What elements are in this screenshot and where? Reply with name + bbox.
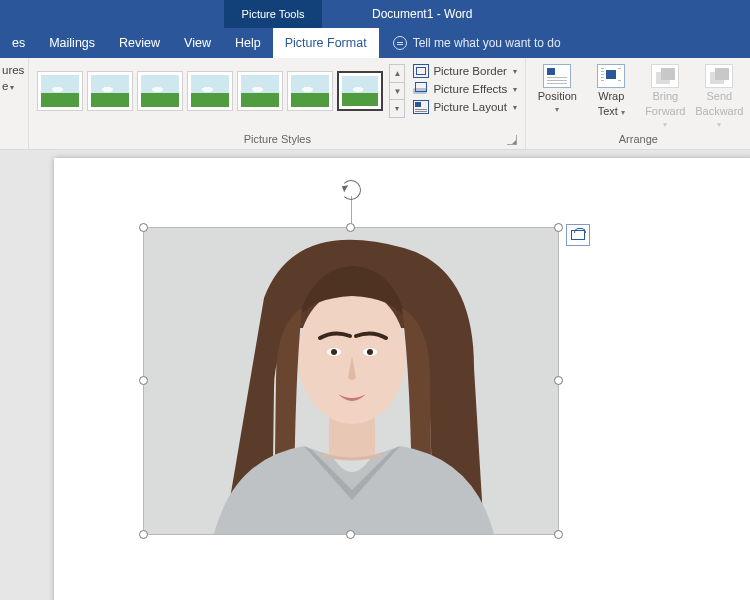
- resize-handle-bl[interactable]: [139, 530, 148, 539]
- border-icon: [413, 64, 429, 78]
- tell-me-search[interactable]: Tell me what you want to do: [379, 28, 561, 58]
- selected-picture[interactable]: [144, 228, 558, 534]
- group-label-arrange: Arrange: [534, 133, 742, 147]
- gallery-scroll-down[interactable]: ▼: [390, 83, 404, 101]
- chevron-down-icon: ▾: [513, 67, 517, 76]
- tab-mailings[interactable]: Mailings: [37, 28, 107, 58]
- layout-options-icon: [571, 230, 585, 240]
- send-backward-icon: [705, 64, 733, 88]
- position-icon: [543, 64, 571, 88]
- picture-border-button[interactable]: Picture Border ▾: [413, 64, 517, 78]
- document-page[interactable]: [54, 158, 750, 600]
- style-thumb-7[interactable]: [337, 71, 383, 111]
- lightbulb-icon: [393, 36, 407, 50]
- rotation-connector: [351, 196, 352, 223]
- group-picture-styles: ▲ ▼ ▾ Picture Border ▾ Picture Effects ▾: [29, 58, 526, 149]
- ribbon: ures e▾ ▲ ▼ ▾: [0, 58, 750, 150]
- ribbon-tabs: es Mailings Review View Help Picture For…: [0, 28, 750, 58]
- layout-options-button[interactable]: [566, 224, 590, 246]
- gallery-scroll: ▲ ▼ ▾: [389, 64, 405, 118]
- style-thumb-2[interactable]: [87, 71, 133, 111]
- tab-references-truncated[interactable]: es: [0, 28, 37, 58]
- resize-handle-tr[interactable]: [554, 223, 563, 232]
- tell-me-placeholder: Tell me what you want to do: [413, 36, 561, 50]
- chevron-down-icon: ▾: [513, 103, 517, 112]
- group-label-picture-styles: Picture Styles: [37, 133, 517, 147]
- position-button[interactable]: Position ▾: [534, 64, 580, 114]
- chevron-down-icon: ▾: [621, 108, 625, 117]
- group-label-truncated: [2, 145, 24, 147]
- resize-handle-r[interactable]: [554, 376, 563, 385]
- style-thumb-6[interactable]: [287, 71, 333, 111]
- chevron-down-icon: ▾: [10, 83, 14, 92]
- wrap-text-button[interactable]: Wrap Text ▾: [588, 64, 634, 117]
- bring-forward-icon: [651, 64, 679, 88]
- send-backward-button: Send Backward ▾: [696, 64, 742, 130]
- gallery-scroll-more[interactable]: ▾: [390, 100, 404, 117]
- style-thumb-4[interactable]: [187, 71, 233, 111]
- document-workspace[interactable]: [0, 150, 750, 600]
- style-thumb-1[interactable]: [37, 71, 83, 111]
- tab-review[interactable]: Review: [107, 28, 172, 58]
- layout-icon: [413, 100, 429, 114]
- picture-styles-gallery: ▲ ▼ ▾: [37, 64, 405, 118]
- rotation-handle[interactable]: [341, 180, 361, 200]
- chevron-down-icon: ▾: [663, 120, 667, 129]
- resize-handle-l[interactable]: [139, 376, 148, 385]
- gallery-scroll-up[interactable]: ▲: [390, 65, 404, 83]
- resize-handle-tl[interactable]: [139, 223, 148, 232]
- chevron-down-icon: ▾: [717, 120, 721, 129]
- document-title: Document1 - Word: [322, 0, 750, 28]
- chevron-down-icon: ▾: [513, 85, 517, 94]
- resize-handle-t[interactable]: [346, 223, 355, 232]
- style-thumb-3[interactable]: [137, 71, 183, 111]
- style-thumb-5[interactable]: [237, 71, 283, 111]
- selection-border: [143, 227, 559, 535]
- tab-view[interactable]: View: [172, 28, 223, 58]
- picture-style-options: Picture Border ▾ Picture Effects ▾ Pictu…: [409, 64, 517, 114]
- tab-picture-format[interactable]: Picture Format: [273, 28, 379, 58]
- wrap-text-icon: [597, 64, 625, 88]
- title-bar: Picture Tools Document1 - Word: [0, 0, 750, 28]
- group-arrange: Position ▾ Wrap Text ▾ Bring Forward ▾ S…: [526, 58, 750, 149]
- effects-icon: [413, 82, 429, 96]
- contextual-tab-label: Picture Tools: [224, 0, 322, 28]
- tab-help[interactable]: Help: [223, 28, 273, 58]
- picture-layout-button[interactable]: Picture Layout ▾: [413, 100, 517, 114]
- resize-handle-br[interactable]: [554, 530, 563, 539]
- group-truncated-left: ures e▾: [0, 58, 29, 149]
- truncated-button[interactable]: ures e▾: [2, 64, 24, 92]
- picture-effects-button[interactable]: Picture Effects ▾: [413, 82, 517, 96]
- resize-handle-b[interactable]: [346, 530, 355, 539]
- chevron-down-icon: ▾: [555, 105, 559, 114]
- dialog-launcher-icon[interactable]: [507, 135, 517, 145]
- bring-forward-button: Bring Forward ▾: [642, 64, 688, 130]
